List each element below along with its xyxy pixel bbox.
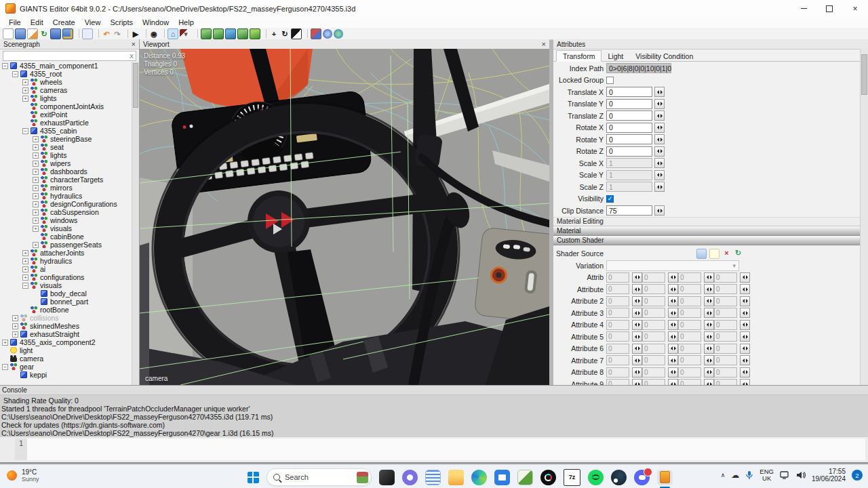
expand-icon[interactable]: + (33, 144, 39, 150)
tree-item-exhasutstraight[interactable]: +exhasutStraight (0, 330, 132, 338)
save-icon[interactable] (50, 28, 61, 39)
shader-attr-field[interactable]: 0 (714, 344, 737, 354)
rotate-z-field[interactable]: 0 (606, 146, 652, 157)
value-stepper[interactable] (740, 308, 750, 318)
save-as-icon[interactable] (62, 28, 73, 39)
value-stepper[interactable] (740, 367, 750, 378)
value-stepper[interactable] (704, 272, 714, 283)
expand-icon[interactable]: + (2, 340, 8, 346)
brush-tool-icon[interactable]: ▾ (180, 29, 192, 39)
tree-item-4355-axis-component2[interactable]: +4355_axis_component2 (0, 338, 132, 346)
value-stepper[interactable] (740, 331, 750, 342)
shader-attr-field[interactable]: 0 (678, 344, 701, 354)
value-stepper[interactable] (740, 320, 750, 330)
value-stepper[interactable] (740, 379, 750, 385)
value-stepper[interactable] (632, 367, 642, 378)
tree-item-attacherjoints[interactable]: +attacherJoints (0, 249, 132, 257)
shader-attr-field[interactable]: 0 (714, 320, 737, 330)
translate-x-field[interactable]: 0 (606, 87, 652, 97)
shader-attr-field[interactable]: 0 (606, 296, 629, 306)
tree-item-keppi[interactable]: keppi (0, 371, 132, 379)
tree-item-hydraulics[interactable]: +hydraulics (0, 257, 132, 265)
value-stepper[interactable] (668, 344, 678, 354)
rotate-tool-icon[interactable]: ↻ (280, 29, 290, 39)
reload-shader-icon[interactable]: ↻ (734, 249, 743, 258)
tree-item-body-decal[interactable]: body_decal (0, 289, 132, 298)
new-file-icon[interactable] (3, 28, 14, 39)
tree-item-light[interactable]: light (0, 346, 132, 354)
shader-attr-field[interactable]: 0 (606, 284, 629, 294)
steam-icon[interactable] (611, 470, 627, 485)
value-stepper[interactable] (632, 344, 642, 354)
visibility-icon[interactable]: ◉ (149, 29, 159, 39)
microphone-icon[interactable] (745, 470, 753, 480)
expand-icon[interactable]: + (33, 201, 39, 207)
notepad-icon[interactable] (425, 470, 441, 485)
expand-icon[interactable]: + (22, 79, 28, 85)
redo-icon[interactable]: ↷ (113, 29, 122, 39)
tree-item-steeringbase[interactable]: +steeringBase (0, 135, 132, 143)
value-stepper[interactable] (668, 355, 678, 365)
shader-attr-field[interactable]: 0 (642, 320, 665, 330)
tree-item-hydraulics[interactable]: +hydraulics (0, 192, 132, 200)
tree-item-ai[interactable]: +ai (0, 265, 132, 273)
7zip-icon[interactable]: 7z (564, 469, 580, 486)
menu-file[interactable]: File (4, 18, 26, 26)
value-stepper[interactable] (668, 379, 678, 385)
tab-light[interactable]: Light (601, 51, 629, 61)
material-section-header[interactable]: Material ▲ (553, 226, 868, 236)
expand-icon[interactable]: + (33, 169, 39, 175)
variation-dropdown[interactable]: ▾ (606, 260, 739, 271)
viewport-close-icon[interactable]: × (542, 41, 546, 47)
value-stepper[interactable] (740, 296, 750, 306)
value-stepper[interactable] (704, 344, 714, 354)
shader-attr-field[interactable]: 0 (678, 355, 701, 365)
weather-widget[interactable]: 19°C Sunny (7, 468, 39, 483)
expand-icon[interactable]: + (22, 258, 28, 264)
custom-shader-section-header[interactable]: Custom Shader ▼ (553, 236, 868, 245)
scrollbar-thumb[interactable] (861, 54, 867, 95)
value-stepper[interactable] (740, 272, 750, 283)
tree-item-passengerseats[interactable]: +passengerSeats (0, 241, 132, 249)
value-stepper[interactable] (654, 87, 665, 97)
tree-item-bonnet-part[interactable]: bonnet_part (0, 298, 132, 306)
tray-chevron-icon[interactable]: ∧ (721, 472, 726, 479)
collapse-icon[interactable]: − (12, 71, 18, 77)
tree-item-wheels[interactable]: +wheels (0, 78, 132, 86)
shader-attr-field[interactable]: 0 (642, 367, 665, 378)
language-indicator[interactable]: ENG UK (760, 468, 774, 482)
notification-badge[interactable]: 2 (852, 470, 863, 481)
value-stepper[interactable] (704, 379, 714, 385)
collapse-icon[interactable]: − (22, 283, 28, 289)
shader-attr-field[interactable]: 0 (642, 296, 665, 306)
filter-clear-icon[interactable]: X (130, 53, 134, 60)
tree-item-cameras[interactable]: +cameras (0, 86, 132, 94)
shader-attr-field[interactable]: 0 (642, 284, 665, 294)
expand-icon[interactable]: + (33, 193, 39, 199)
tree-item-lights[interactable]: +lights (0, 94, 132, 102)
tree-item-dashboards[interactable]: +dashboards (0, 167, 132, 176)
shader-attr-field[interactable]: 0 (678, 367, 701, 378)
scenegraph-scrollbar[interactable] (132, 62, 139, 385)
tree-item-4355-cabin[interactable]: −4355_cabin (0, 127, 132, 135)
value-stepper[interactable] (704, 355, 714, 365)
tree-item-camera[interactable]: camera (0, 354, 132, 363)
value-stepper[interactable] (632, 272, 642, 283)
value-stepper[interactable] (740, 344, 750, 354)
new-shader-icon[interactable] (709, 249, 719, 259)
value-stepper[interactable] (632, 320, 642, 330)
tree-item-visuals[interactable]: +visuals (0, 224, 132, 232)
translate-y-field[interactable]: 0 (606, 99, 652, 109)
value-stepper[interactable] (654, 170, 665, 180)
gear-icon[interactable] (323, 29, 332, 39)
shader-attr-field[interactable]: 0 (714, 308, 737, 318)
tree-item-configurations[interactable]: +configurations (0, 273, 132, 281)
shader-attr-field[interactable]: 0 (642, 331, 665, 342)
expand-icon[interactable]: + (33, 152, 39, 159)
value-stepper[interactable] (704, 367, 714, 378)
expand-icon[interactable]: + (22, 274, 28, 281)
tree-item-skinnedmeshes[interactable]: +skinnedMeshes (0, 322, 132, 330)
shader-attr-field[interactable]: 0 (606, 355, 629, 365)
onedrive-cloud-icon[interactable]: ☁ (731, 470, 739, 480)
giants-studio-icon[interactable] (517, 470, 533, 485)
